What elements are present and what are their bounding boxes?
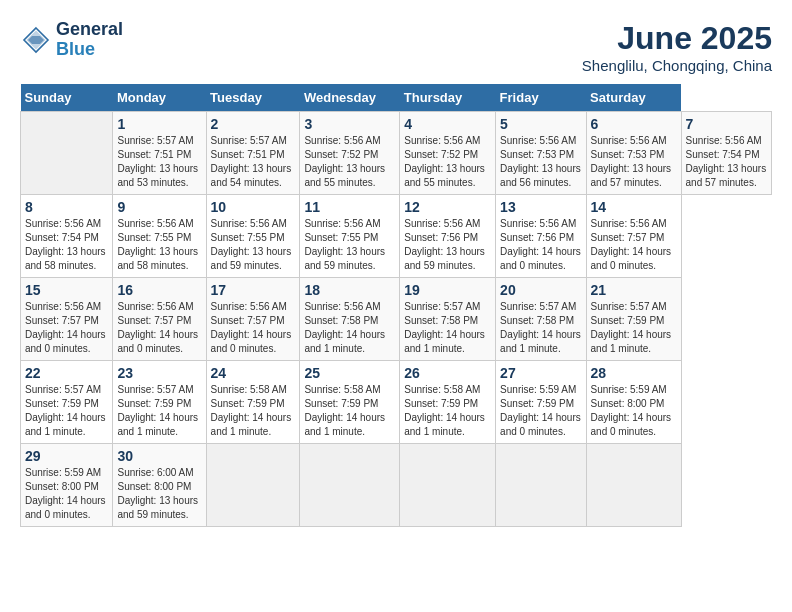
day-info: Sunrise: 6:00 AM Sunset: 8:00 PM Dayligh… bbox=[117, 466, 201, 522]
calendar-cell: 20Sunrise: 5:57 AM Sunset: 7:58 PM Dayli… bbox=[496, 278, 586, 361]
day-number: 21 bbox=[591, 282, 677, 298]
day-number: 8 bbox=[25, 199, 108, 215]
day-info: Sunrise: 5:56 AM Sunset: 7:57 PM Dayligh… bbox=[591, 217, 677, 273]
day-number: 9 bbox=[117, 199, 201, 215]
day-info: Sunrise: 5:56 AM Sunset: 7:56 PM Dayligh… bbox=[404, 217, 491, 273]
day-number: 6 bbox=[591, 116, 677, 132]
calendar-cell: 8Sunrise: 5:56 AM Sunset: 7:54 PM Daylig… bbox=[21, 195, 113, 278]
calendar-cell bbox=[400, 444, 496, 527]
column-header-sunday: Sunday bbox=[21, 84, 113, 112]
calendar-cell: 12Sunrise: 5:56 AM Sunset: 7:56 PM Dayli… bbox=[400, 195, 496, 278]
day-info: Sunrise: 5:56 AM Sunset: 7:58 PM Dayligh… bbox=[304, 300, 395, 356]
calendar-cell: 30Sunrise: 6:00 AM Sunset: 8:00 PM Dayli… bbox=[113, 444, 206, 527]
week-row-3: 15Sunrise: 5:56 AM Sunset: 7:57 PM Dayli… bbox=[21, 278, 772, 361]
day-number: 4 bbox=[404, 116, 491, 132]
day-number: 5 bbox=[500, 116, 581, 132]
day-info: Sunrise: 5:56 AM Sunset: 7:57 PM Dayligh… bbox=[25, 300, 108, 356]
calendar-cell bbox=[206, 444, 300, 527]
day-info: Sunrise: 5:57 AM Sunset: 7:51 PM Dayligh… bbox=[211, 134, 296, 190]
calendar-cell: 14Sunrise: 5:56 AM Sunset: 7:57 PM Dayli… bbox=[586, 195, 681, 278]
calendar-cell: 28Sunrise: 5:59 AM Sunset: 8:00 PM Dayli… bbox=[586, 361, 681, 444]
calendar-cell: 21Sunrise: 5:57 AM Sunset: 7:59 PM Dayli… bbox=[586, 278, 681, 361]
week-row-1: 1Sunrise: 5:57 AM Sunset: 7:51 PM Daylig… bbox=[21, 112, 772, 195]
week-row-2: 8Sunrise: 5:56 AM Sunset: 7:54 PM Daylig… bbox=[21, 195, 772, 278]
calendar-cell: 6Sunrise: 5:56 AM Sunset: 7:53 PM Daylig… bbox=[586, 112, 681, 195]
page-header: General Blue June 2025 Shenglilu, Chongq… bbox=[20, 20, 772, 74]
calendar-cell bbox=[300, 444, 400, 527]
calendar-cell: 16Sunrise: 5:56 AM Sunset: 7:57 PM Dayli… bbox=[113, 278, 206, 361]
calendar-cell: 11Sunrise: 5:56 AM Sunset: 7:55 PM Dayli… bbox=[300, 195, 400, 278]
calendar-cell: 4Sunrise: 5:56 AM Sunset: 7:52 PM Daylig… bbox=[400, 112, 496, 195]
calendar-cell bbox=[586, 444, 681, 527]
column-header-tuesday: Tuesday bbox=[206, 84, 300, 112]
month-title: June 2025 bbox=[582, 20, 772, 57]
title-block: June 2025 Shenglilu, Chongqing, China bbox=[582, 20, 772, 74]
calendar-cell: 26Sunrise: 5:58 AM Sunset: 7:59 PM Dayli… bbox=[400, 361, 496, 444]
day-number: 12 bbox=[404, 199, 491, 215]
day-number: 27 bbox=[500, 365, 581, 381]
calendar-cell: 25Sunrise: 5:58 AM Sunset: 7:59 PM Dayli… bbox=[300, 361, 400, 444]
day-number: 26 bbox=[404, 365, 491, 381]
column-header-wednesday: Wednesday bbox=[300, 84, 400, 112]
day-number: 3 bbox=[304, 116, 395, 132]
calendar-table: SundayMondayTuesdayWednesdayThursdayFrid… bbox=[20, 84, 772, 527]
day-info: Sunrise: 5:59 AM Sunset: 7:59 PM Dayligh… bbox=[500, 383, 581, 439]
day-number: 29 bbox=[25, 448, 108, 464]
location: Shenglilu, Chongqing, China bbox=[582, 57, 772, 74]
day-info: Sunrise: 5:56 AM Sunset: 7:57 PM Dayligh… bbox=[211, 300, 296, 356]
calendar-cell: 19Sunrise: 5:57 AM Sunset: 7:58 PM Dayli… bbox=[400, 278, 496, 361]
day-info: Sunrise: 5:58 AM Sunset: 7:59 PM Dayligh… bbox=[211, 383, 296, 439]
day-info: Sunrise: 5:57 AM Sunset: 7:58 PM Dayligh… bbox=[404, 300, 491, 356]
calendar-cell: 1Sunrise: 5:57 AM Sunset: 7:51 PM Daylig… bbox=[113, 112, 206, 195]
column-header-monday: Monday bbox=[113, 84, 206, 112]
day-info: Sunrise: 5:57 AM Sunset: 7:59 PM Dayligh… bbox=[591, 300, 677, 356]
day-number: 24 bbox=[211, 365, 296, 381]
day-info: Sunrise: 5:56 AM Sunset: 7:55 PM Dayligh… bbox=[117, 217, 201, 273]
column-header-saturday: Saturday bbox=[586, 84, 681, 112]
calendar-cell: 23Sunrise: 5:57 AM Sunset: 7:59 PM Dayli… bbox=[113, 361, 206, 444]
day-info: Sunrise: 5:56 AM Sunset: 7:54 PM Dayligh… bbox=[686, 134, 767, 190]
day-info: Sunrise: 5:56 AM Sunset: 7:53 PM Dayligh… bbox=[591, 134, 677, 190]
day-number: 13 bbox=[500, 199, 581, 215]
calendar-cell: 24Sunrise: 5:58 AM Sunset: 7:59 PM Dayli… bbox=[206, 361, 300, 444]
calendar-cell: 27Sunrise: 5:59 AM Sunset: 7:59 PM Dayli… bbox=[496, 361, 586, 444]
calendar-cell: 2Sunrise: 5:57 AM Sunset: 7:51 PM Daylig… bbox=[206, 112, 300, 195]
day-info: Sunrise: 5:56 AM Sunset: 7:54 PM Dayligh… bbox=[25, 217, 108, 273]
day-info: Sunrise: 5:56 AM Sunset: 7:52 PM Dayligh… bbox=[304, 134, 395, 190]
day-number: 28 bbox=[591, 365, 677, 381]
day-number: 18 bbox=[304, 282, 395, 298]
calendar-header-row: SundayMondayTuesdayWednesdayThursdayFrid… bbox=[21, 84, 772, 112]
logo-line2: Blue bbox=[56, 40, 123, 60]
day-number: 23 bbox=[117, 365, 201, 381]
day-number: 2 bbox=[211, 116, 296, 132]
day-info: Sunrise: 5:57 AM Sunset: 7:59 PM Dayligh… bbox=[117, 383, 201, 439]
day-number: 11 bbox=[304, 199, 395, 215]
day-number: 7 bbox=[686, 116, 767, 132]
day-number: 14 bbox=[591, 199, 677, 215]
logo-icon bbox=[20, 24, 52, 56]
day-info: Sunrise: 5:56 AM Sunset: 7:55 PM Dayligh… bbox=[211, 217, 296, 273]
calendar-cell: 9Sunrise: 5:56 AM Sunset: 7:55 PM Daylig… bbox=[113, 195, 206, 278]
day-number: 10 bbox=[211, 199, 296, 215]
column-header-thursday: Thursday bbox=[400, 84, 496, 112]
empty-cell bbox=[21, 112, 113, 195]
day-number: 1 bbox=[117, 116, 201, 132]
day-number: 20 bbox=[500, 282, 581, 298]
calendar-cell: 18Sunrise: 5:56 AM Sunset: 7:58 PM Dayli… bbox=[300, 278, 400, 361]
day-number: 22 bbox=[25, 365, 108, 381]
day-info: Sunrise: 5:59 AM Sunset: 8:00 PM Dayligh… bbox=[25, 466, 108, 522]
calendar-cell: 13Sunrise: 5:56 AM Sunset: 7:56 PM Dayli… bbox=[496, 195, 586, 278]
day-number: 16 bbox=[117, 282, 201, 298]
day-info: Sunrise: 5:58 AM Sunset: 7:59 PM Dayligh… bbox=[304, 383, 395, 439]
logo: General Blue bbox=[20, 20, 123, 60]
day-info: Sunrise: 5:56 AM Sunset: 7:53 PM Dayligh… bbox=[500, 134, 581, 190]
calendar-cell: 5Sunrise: 5:56 AM Sunset: 7:53 PM Daylig… bbox=[496, 112, 586, 195]
column-header-friday: Friday bbox=[496, 84, 586, 112]
day-info: Sunrise: 5:56 AM Sunset: 7:52 PM Dayligh… bbox=[404, 134, 491, 190]
calendar-cell: 10Sunrise: 5:56 AM Sunset: 7:55 PM Dayli… bbox=[206, 195, 300, 278]
day-number: 30 bbox=[117, 448, 201, 464]
day-info: Sunrise: 5:56 AM Sunset: 7:57 PM Dayligh… bbox=[117, 300, 201, 356]
day-number: 15 bbox=[25, 282, 108, 298]
calendar-cell: 17Sunrise: 5:56 AM Sunset: 7:57 PM Dayli… bbox=[206, 278, 300, 361]
day-info: Sunrise: 5:57 AM Sunset: 7:58 PM Dayligh… bbox=[500, 300, 581, 356]
